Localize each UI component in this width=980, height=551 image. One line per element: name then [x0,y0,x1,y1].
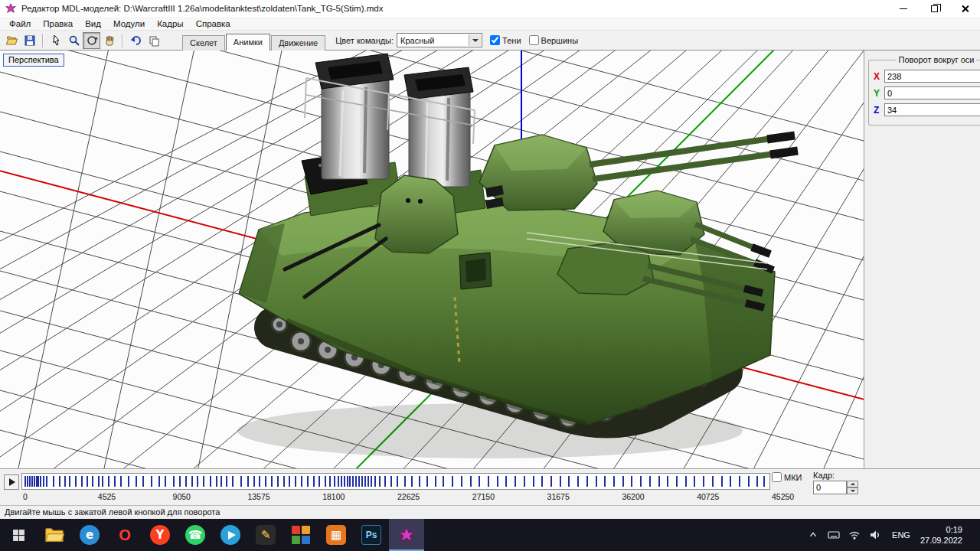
timeline-scale-label: 9050 [173,492,191,501]
axis-input-X[interactable] [884,70,980,83]
undo-button[interactable] [127,32,145,49]
keyframe-tick [283,476,285,487]
photoshop-icon: Ps [361,525,381,545]
keyframe-tick [87,476,88,487]
keyframe-tick [461,476,462,487]
keyframe-tick [524,476,525,487]
hidden-icons-chevron-icon[interactable] [806,530,820,540]
volume-icon[interactable] [868,529,882,541]
clock-time: 0:19 [946,524,962,535]
clock[interactable]: 0:19 27.09.2022 [920,524,965,546]
orbit-rotate-icon [86,34,98,47]
frame-spin-down-button[interactable] [847,487,858,494]
checkbox-Тени[interactable]: Тени [490,35,521,45]
taskbar-app-yandex-browser[interactable]: Y [142,519,178,551]
checkbox-input-Вершины[interactable] [529,35,539,45]
perspective-button[interactable]: Перспектива [3,54,64,67]
taskbar-app-photoshop[interactable]: Ps [354,519,389,551]
rotation-groupbox: Поворот вокруг оси XYZ [868,55,980,126]
axis-input-Z[interactable] [884,103,980,116]
taskbar-app-archiver[interactable]: ▦ [318,519,354,551]
low-turret [557,243,654,295]
viewport[interactable]: Перспектива [0,51,864,468]
timeline-track[interactable] [21,473,770,490]
rotate-tool-button[interactable] [83,32,100,49]
keyframe-tick [114,476,116,487]
graphics-editor-icon: ✎ [256,525,276,545]
keyframe-tick [541,476,543,487]
copy-button[interactable] [145,32,162,49]
menu-item-Правка[interactable]: Правка [37,18,79,29]
team-color-select[interactable]: Красный [397,33,482,47]
tab-Движение[interactable]: Движение [271,35,325,51]
keyframe-tick [374,476,376,487]
mki-checkbox[interactable]: МКИ [772,472,802,482]
keyframe-tick [586,476,588,487]
keyframe-tick [622,476,624,487]
axis-input-Y[interactable] [884,86,980,99]
main-cannon [590,135,793,165]
taskbar-app-whatsapp[interactable]: ☎ [178,519,213,551]
pan-tool-button[interactable] [100,32,118,49]
keyframe-tick [325,476,326,487]
axis-label-X: X [874,71,884,82]
chevron-up-icon [851,483,855,485]
rotation-title: Поворот вокруг оси [897,55,977,64]
keyframe-tick [307,476,309,487]
mdl-editor-icon [397,525,416,545]
checkbox-Вершины[interactable]: Вершины [529,35,579,45]
taskbar-app-graphics-editor[interactable]: ✎ [248,519,283,551]
touch-keyboard-icon[interactable] [827,529,841,541]
frame-input[interactable] [813,481,847,494]
close-button[interactable] [949,0,980,17]
menu-item-Кадры[interactable]: Кадры [151,18,189,29]
edge-browser-icon: e [80,525,100,545]
keyframe-tick [352,476,354,487]
menu-item-Вид[interactable]: Вид [79,18,107,29]
keyframe-tick [289,476,290,487]
pointer-tool-button[interactable] [47,32,65,49]
taskbar-app-edge-browser[interactable]: e [72,519,107,551]
save-button[interactable] [21,32,38,49]
taskbar-app-mosaic-app[interactable] [283,519,318,551]
keyframe-tick [128,476,129,487]
keyframe-tick [136,476,137,487]
frame-spin-up-button[interactable] [847,481,858,487]
zoom-tool-button[interactable] [65,32,83,49]
mki-checkbox-input[interactable] [772,472,782,482]
floppy-icon [24,34,36,47]
wifi-icon[interactable] [848,529,861,541]
play-button[interactable] [4,474,19,490]
checkbox-input-Тени[interactable] [490,35,500,45]
keyframe-tick [216,476,217,487]
start-button[interactable] [0,519,37,551]
keyframe-tick [560,476,561,487]
minimize-button[interactable] [888,0,919,17]
telegram-icon [220,525,240,545]
tab-Анимки[interactable]: Анимки [226,34,270,51]
keyframe-tick [358,476,360,487]
menu-item-Модули[interactable]: Модули [107,18,151,29]
taskbar-app-file-explorer[interactable] [37,519,72,551]
menu-item-Файл[interactable]: Файл [3,18,37,29]
keyframe-tick [739,476,740,487]
keyframe-tick [69,476,70,487]
keyframe-tick [514,476,516,487]
keyframe-tick [277,476,279,487]
keyframe-tick [40,476,41,487]
keyframe-tick [295,476,296,487]
taskbar-app-mdl-editor[interactable] [389,519,424,551]
open-button[interactable] [3,32,21,49]
tab-Скелет[interactable]: Скелет [182,35,225,51]
taskbar-app-telegram[interactable] [213,519,248,551]
maximize-button[interactable] [919,0,949,17]
language-indicator[interactable]: ENG [889,530,913,540]
status-bar: Двигайте мышь с зажатой левой кнопкой дл… [0,505,980,519]
keyframe-tick [334,476,335,487]
taskbar-app-opera-browser[interactable]: O [107,519,142,551]
keyframe-tick [203,476,204,487]
keyframe-tick [31,476,33,487]
keyframe-tick [64,476,66,487]
menu-item-Справка[interactable]: Справка [190,18,237,29]
timeline-scale-label: 0 [23,492,28,501]
